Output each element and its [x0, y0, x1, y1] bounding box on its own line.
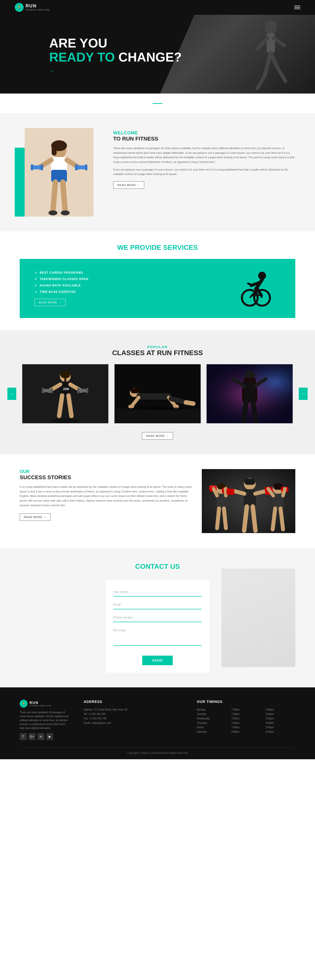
service-item-2: ✓ TAEKWONDO CLASSES OPEN	[35, 277, 216, 281]
popular-img-svg-3	[204, 364, 295, 423]
svg-rect-17	[31, 164, 33, 170]
contact-title: US	[168, 563, 180, 570]
success-text: It is a long established fact that a rea…	[20, 485, 192, 508]
footer-logo[interactable]: 🏃 RUN FITNESS AND GYM	[20, 700, 69, 708]
popular-read-more-btn[interactable]: Read More →	[142, 432, 173, 439]
svg-rect-40	[60, 371, 70, 378]
service-item-1: ✓ BEST CARDIO PROGRAMS	[35, 271, 216, 275]
footer-desc: There are many variations of passages of…	[20, 711, 69, 730]
svg-rect-19	[76, 165, 86, 169]
hamburger-menu[interactable]	[294, 6, 300, 9]
svg-point-54	[51, 419, 80, 423]
svg-line-108	[234, 600, 248, 623]
hero-arrow[interactable]: →	[49, 68, 181, 74]
svg-line-62	[186, 402, 193, 404]
success-section: OUR SUCCESS STORIES It is a long establi…	[0, 454, 315, 548]
svg-line-23	[63, 182, 65, 212]
svg-line-52	[59, 396, 62, 416]
svg-rect-58	[137, 393, 171, 400]
svg-rect-50	[77, 388, 79, 393]
svg-line-5	[277, 67, 285, 81]
carousel-container: ← JSM	[0, 364, 315, 423]
footer-address-line-4: Email: unique@gym.com	[84, 721, 182, 725]
footer-logo-icon: 🏃	[20, 700, 27, 708]
athlete-silhouette	[221, 17, 300, 91]
check-icon-2: ✓	[35, 277, 38, 281]
services-box: ✓ BEST CARDIO PROGRAMS ✓ TAEKWONDO CLASS…	[20, 259, 295, 318]
svg-line-85	[226, 489, 226, 496]
svg-line-7	[274, 38, 284, 46]
svg-rect-21	[85, 164, 88, 170]
popular-read-more-wrap: Read More →	[0, 428, 315, 439]
footer-timings-title: OUR TIMINGS	[197, 700, 295, 704]
svg-rect-71	[244, 382, 255, 400]
footer-address-line-2: Tel: +1 555 456 789	[84, 712, 182, 716]
carousel-next-btn[interactable]: →	[299, 388, 308, 400]
popular-carousel: JSM	[0, 364, 315, 423]
logo-icon: 🏃	[15, 3, 24, 12]
contact-phone-input[interactable]	[113, 613, 202, 622]
success-label: OUR	[20, 469, 192, 474]
footer-address-title: ADDRESS	[84, 700, 182, 704]
svg-rect-16	[32, 165, 42, 169]
contact-email-input[interactable]	[113, 600, 202, 609]
svg-rect-51	[86, 388, 88, 393]
footer-timings: Monday Tuesday Wednesday Thursday Friday…	[197, 708, 295, 734]
footer-logo-text: RUN	[30, 701, 51, 705]
logo-text: RUN	[25, 4, 49, 9]
social-twitter[interactable]: T	[20, 733, 27, 740]
services-header-we: WE	[117, 243, 128, 251]
social-linkedin[interactable]: in	[37, 733, 44, 740]
hero-highlight: READY TO	[49, 50, 115, 64]
svg-rect-18	[41, 164, 43, 170]
svg-line-53	[68, 396, 72, 416]
popular-section: POPULAR CLASSES AT RUN FITNESS ← JSM	[0, 330, 315, 454]
success-trio-svg	[202, 469, 295, 533]
check-icon-1: ✓	[35, 271, 38, 275]
contact-message-input[interactable]	[113, 626, 202, 646]
svg-rect-90	[243, 489, 256, 506]
welcome-image-wrap	[20, 128, 103, 216]
svg-point-24	[48, 210, 57, 215]
logo-sub: FITNESS AND GYM	[25, 9, 49, 11]
carousel-prev-btn[interactable]: ←	[7, 388, 16, 400]
hero-normal: CHANGE?	[118, 50, 181, 64]
social-google[interactable]: G+	[29, 733, 35, 740]
footer-timings-hours-1: 7:00am 7:00am 7:00am 7:00am 7:00am 8:00a…	[231, 708, 261, 734]
svg-line-109	[269, 600, 283, 623]
logo[interactable]: 🏃 RUN FITNESS AND GYM	[15, 3, 49, 12]
footer-timings-hours-2: 9:00pm 9:00pm 9:00pm 9:00pm 9:00pm 8:00p…	[266, 708, 295, 734]
svg-point-25	[61, 210, 70, 215]
hero-content: ARE YOU READY TO CHANGE? →	[25, 36, 181, 84]
svg-line-87	[224, 509, 226, 528]
contact-send-btn[interactable]: SEND	[142, 655, 173, 665]
footer-logo-col: 🏃 RUN FITNESS AND GYM There are many var…	[20, 700, 69, 740]
welcome-section: WELCOME TO RUN FITNESS There are many va…	[0, 113, 315, 231]
popular-img-svg-2	[112, 364, 203, 423]
header: 🏃 RUN FITNESS AND GYM	[0, 0, 315, 15]
social-youtube[interactable]: ▶	[46, 733, 53, 740]
svg-line-95	[244, 506, 247, 531]
popular-header: POPULAR CLASSES AT RUN FITNESS	[0, 345, 315, 357]
popular-image-1: JSM	[20, 364, 111, 423]
svg-point-0	[264, 20, 277, 34]
success-read-more-btn[interactable]: Read More →	[20, 513, 51, 521]
popular-title: CLASSES AT RUN FITNESS	[0, 349, 315, 357]
footer-top: 🏃 RUN FITNESS AND GYM There are many var…	[20, 700, 295, 740]
divider-section	[0, 94, 315, 113]
footer-address-line-3: Fax: +1 555 456 789	[84, 716, 182, 721]
svg-rect-65	[115, 409, 200, 423]
svg-line-22	[53, 182, 56, 212]
popular-img-svg-1: JSM	[20, 364, 111, 423]
svg-line-73	[253, 400, 256, 421]
welcome-content: WELCOME TO RUN FITNESS There are many va…	[113, 128, 295, 216]
services-read-more-btn[interactable]: Read More →	[35, 299, 65, 306]
svg-rect-57	[130, 388, 139, 393]
contact-name-input[interactable]	[113, 588, 202, 597]
svg-rect-20	[75, 164, 78, 170]
svg-rect-49	[78, 389, 88, 392]
success-title: SUCCESS STORIES	[20, 474, 192, 480]
services-header-provide: PROVIDE SERVICES	[128, 243, 198, 251]
welcome-read-more-btn[interactable]: Read More →	[113, 181, 144, 189]
svg-line-2	[264, 53, 271, 76]
